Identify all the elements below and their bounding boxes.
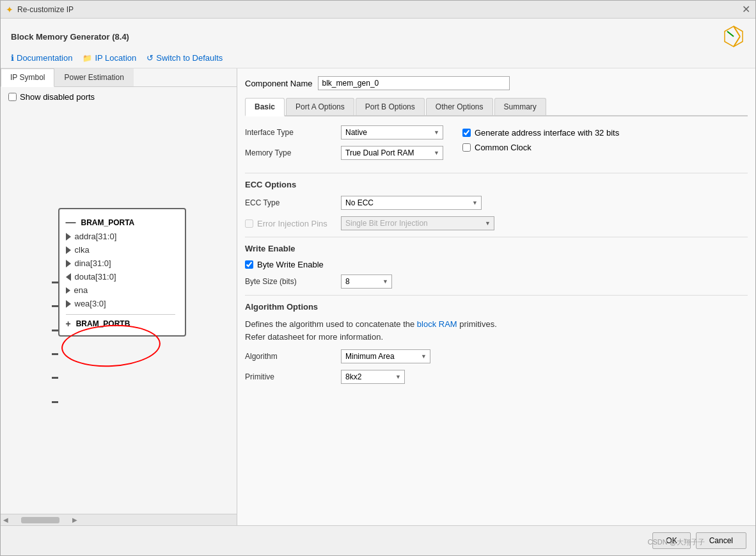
tab-power-estimation[interactable]: Power Estimation: [54, 68, 133, 86]
titlebar: ✦ Re-customize IP ✕: [1, 1, 755, 19]
component-name-input[interactable]: [318, 76, 510, 90]
component-name-label: Component Name: [245, 79, 313, 88]
bram-porta-label: BRAM_PORTA: [81, 218, 135, 227]
show-disabled-label: Show disabled ports: [20, 92, 95, 102]
byte-write-enable-row: Byte Write Enable: [245, 260, 748, 269]
write-enable-title: Write Enable: [245, 244, 748, 253]
ecc-section: ECC Options ECC Type No ECC Hamming Code: [245, 180, 748, 230]
left-panel: IP Symbol Power Estimation Show disabled…: [1, 68, 237, 525]
switch-defaults-link[interactable]: ↺ Switch to Defaults: [146, 53, 223, 63]
scroll-thumb[interactable]: [21, 517, 59, 523]
ecc-type-row: ECC Type No ECC Hamming Code: [245, 196, 748, 210]
app-title-row: Block Memory Generator (8.4): [11, 25, 745, 48]
port-in-small-icon: [66, 287, 70, 294]
window-title: Re-customize IP: [17, 5, 742, 14]
port-addra: addra[31:0]: [66, 230, 175, 243]
portb-expand-icon[interactable]: +: [66, 319, 71, 329]
error-injection-checkbox[interactable]: [245, 219, 253, 228]
porta-collapse-icon[interactable]: —: [66, 219, 76, 227]
tab-ip-symbol[interactable]: IP Symbol: [1, 68, 54, 87]
algorithm-select[interactable]: Minimum Area Low Power Fixed Primitives: [341, 349, 430, 363]
interface-type-select[interactable]: Native AXI4: [341, 125, 443, 139]
divider-2: [245, 237, 748, 237]
show-disabled-checkbox[interactable]: [8, 93, 17, 101]
error-injection-label-wrap: Error Injection Pins: [245, 219, 335, 228]
divider-3: [245, 295, 748, 296]
error-injection-select-wrap: Single Bit Error Injection Double Bit Er…: [341, 216, 494, 230]
algorithm-section-title: Algorithm Options: [245, 302, 748, 312]
port-clka: clka: [66, 243, 175, 257]
byte-size-select-wrap: 8 9: [341, 274, 392, 289]
primitive-label: Primitive: [245, 372, 335, 381]
scroll-left-icon[interactable]: ◀: [3, 516, 8, 523]
generate-addr-label: Generate address interface with 32 bits: [475, 128, 619, 138]
tabs-bar: Basic Port A Options Port B Options Othe…: [245, 98, 748, 116]
bram-block: — BRAM_PORTA addra[31:0] clka: [58, 208, 186, 337]
scroll-bar[interactable]: ◀ ▶: [1, 514, 237, 525]
app-logo: [722, 25, 745, 48]
documentation-link[interactable]: ℹ Documentation: [11, 53, 72, 63]
byte-size-label: Byte Size (bits): [245, 277, 335, 286]
main-content: Block Memory Generator (8.4) ℹ Documenta…: [1, 19, 755, 555]
app-header: Block Memory Generator (8.4) ℹ Documenta…: [1, 19, 755, 68]
tab-port-b[interactable]: Port B Options: [356, 98, 425, 115]
port-dina: dina[31:0]: [66, 257, 175, 270]
right-panel: Component Name Basic Port A Options Port…: [237, 68, 755, 525]
watermark: CSDN @大翔子子: [648, 537, 705, 547]
port-douta-label: douta[31:0]: [75, 272, 116, 282]
refresh-icon: ↺: [146, 53, 154, 63]
bram-portb-label: BRAM_PORTB: [76, 319, 130, 328]
block-ram-link[interactable]: block RAM: [417, 319, 457, 329]
tab-basic[interactable]: Basic: [245, 98, 285, 116]
toolbar: ℹ Documentation 📁 IP Location ↺ Switch t…: [11, 53, 745, 63]
right-form: Generate address interface with 32 bits …: [462, 125, 619, 157]
algorithm-section: Algorithm Options Defines the algorithm …: [245, 302, 748, 384]
common-clock-checkbox[interactable]: [462, 143, 471, 152]
common-clock-row: Common Clock: [462, 143, 619, 152]
ecc-type-select[interactable]: No ECC Hamming Code: [341, 196, 482, 210]
algorithm-select-wrap: Minimum Area Low Power Fixed Primitives: [341, 349, 430, 363]
port-ena-label: ena: [74, 285, 88, 295]
tab-summary[interactable]: Summary: [494, 98, 546, 115]
byte-write-enable-checkbox[interactable]: [245, 260, 253, 269]
tab-port-a[interactable]: Port A Options: [286, 98, 354, 115]
port-in-icon: [66, 300, 71, 308]
tab-other[interactable]: Other Options: [426, 98, 493, 115]
show-disabled-row: Show disabled ports: [1, 87, 237, 107]
memory-type-select[interactable]: True Dual Port RAM Simple Dual Port RAM …: [341, 146, 443, 160]
main-window: ✦ Re-customize IP ✕ Block Memory Generat…: [0, 0, 756, 556]
byte-size-select[interactable]: 8 9: [341, 274, 392, 289]
error-injection-row: Error Injection Pins Single Bit Error In…: [245, 216, 748, 230]
scroll-right-icon[interactable]: ▶: [72, 516, 77, 523]
common-clock-label: Common Clock: [475, 143, 532, 152]
svg-line-3: [727, 31, 734, 36]
primitive-row: Primitive 8kx2 16kx1: [245, 370, 748, 384]
algorithm-label: Algorithm: [245, 352, 335, 361]
byte-size-row: Byte Size (bits) 8 9: [245, 274, 748, 289]
body-area: IP Symbol Power Estimation Show disabled…: [1, 68, 755, 525]
close-button[interactable]: ✕: [742, 3, 750, 15]
ip-location-link[interactable]: 📁 IP Location: [83, 53, 136, 63]
ecc-section-title: ECC Options: [245, 180, 748, 189]
generate-addr-checkbox[interactable]: [462, 129, 471, 137]
error-injection-label: Error Injection Pins: [257, 219, 327, 228]
location-label: IP Location: [95, 53, 136, 63]
port-in-icon: [66, 233, 71, 241]
app-icon: ✦: [6, 4, 13, 15]
left-form: Interface Type Native AXI4 Memory Type: [245, 125, 443, 166]
symbol-area: — BRAM_PORTA addra[31:0] clka: [1, 107, 237, 514]
interface-type-select-wrap: Native AXI4: [341, 125, 443, 139]
ecc-type-label: ECC Type: [245, 198, 335, 207]
port-in-icon: [66, 260, 71, 267]
documentation-label: Documentation: [17, 53, 72, 63]
primitive-select[interactable]: 8kx2 16kx1: [341, 370, 405, 384]
error-injection-select[interactable]: Single Bit Error Injection Double Bit Er…: [341, 216, 494, 230]
memory-type-label: Memory Type: [245, 148, 335, 157]
ecc-type-select-wrap: No ECC Hamming Code: [341, 196, 482, 210]
byte-write-enable-label: Byte Write Enable: [257, 260, 324, 269]
memory-type-select-wrap: True Dual Port RAM Simple Dual Port RAM …: [341, 146, 443, 160]
basic-tab-content: Interface Type Native AXI4 Memory Type: [245, 125, 748, 390]
algo-desc-line1: Defines the algorithm used to concatenat…: [245, 319, 497, 329]
port-ena: ena: [66, 283, 175, 297]
algorithm-row: Algorithm Minimum Area Low Power Fixed P…: [245, 349, 748, 363]
